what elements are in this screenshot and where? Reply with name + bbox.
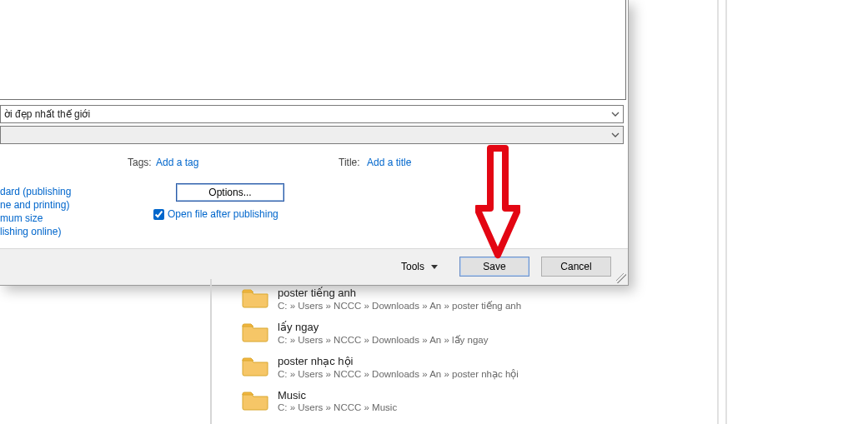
chevron-down-icon — [611, 110, 620, 118]
open-after-publishing-input[interactable] — [153, 209, 164, 220]
optimize-line: ne and printing) — [0, 198, 71, 212]
folder-path: C: » Users » NCCC » Downloads » An » lấy… — [278, 334, 488, 346]
folder-path: C: » Users » NCCC » Music — [278, 402, 397, 412]
folder-icon — [241, 321, 269, 342]
folder-icon — [241, 287, 269, 308]
folder-name: Music — [278, 389, 397, 402]
folder-path: C: » Users » NCCC » Downloads » An » pos… — [278, 368, 519, 380]
tags-label: Tags: — [128, 157, 152, 168]
folder-name: poster nhạc hội — [278, 355, 519, 367]
save-dialog: ời đẹp nhất thế giới Tags: Add a tag Tit… — [0, 0, 629, 286]
folder-name: poster tiếng anh — [278, 287, 521, 299]
list-item[interactable]: Music C: » Users » NCCC » Music — [211, 387, 718, 419]
options-button[interactable]: Options... — [176, 183, 284, 202]
caret-down-icon — [431, 265, 438, 269]
cancel-button[interactable]: Cancel — [541, 257, 611, 277]
filename-value: ời đẹp nhất thế giới — [4, 108, 90, 120]
folder-name: lấy ngay — [278, 321, 488, 333]
open-after-label: Open file after publishing — [168, 208, 278, 220]
optimize-line: lishing online) — [0, 225, 71, 238]
list-item[interactable]: poster tiếng anh C: » Users » NCCC » Dow… — [211, 284, 718, 318]
chevron-down-icon — [611, 131, 620, 139]
optimize-radio-group-partial[interactable]: dard (publishing ne and printing) mum si… — [0, 185, 71, 238]
tools-dropdown[interactable]: Tools — [401, 261, 438, 272]
panel-divider — [211, 279, 212, 424]
folder-icon — [241, 389, 269, 411]
list-item[interactable]: poster nhạc hội C: » Users » NCCC » Down… — [211, 352, 718, 387]
optimize-line: mum size — [0, 212, 71, 225]
optimize-line: dard (publishing — [0, 185, 71, 198]
filetype-combo[interactable] — [0, 126, 624, 144]
tags-add-link[interactable]: Add a tag — [156, 157, 198, 168]
recent-folders-panel: poster tiếng anh C: » Users » NCCC » Dow… — [210, 279, 718, 424]
tools-label: Tools — [401, 261, 424, 272]
filename-filetype-fields: ời đẹp nhất thế giới — [0, 105, 624, 144]
open-after-publishing-checkbox[interactable]: Open file after publishing — [153, 208, 278, 220]
filename-combo[interactable]: ời đẹp nhất thế giới — [0, 105, 624, 123]
title-add-link[interactable]: Add a title — [367, 157, 411, 168]
dialog-preview-frame — [0, 0, 626, 100]
title-label: Title: — [339, 157, 360, 168]
save-button[interactable]: Save — [459, 257, 529, 277]
dialog-mid-row: Tags: Add a tag Title: Add a title dard … — [0, 152, 624, 243]
list-item[interactable]: lấy ngay C: » Users » NCCC » Downloads »… — [211, 318, 718, 352]
folder-icon — [241, 355, 269, 377]
folder-path: C: » Users » NCCC » Downloads » An » pos… — [278, 300, 521, 312]
